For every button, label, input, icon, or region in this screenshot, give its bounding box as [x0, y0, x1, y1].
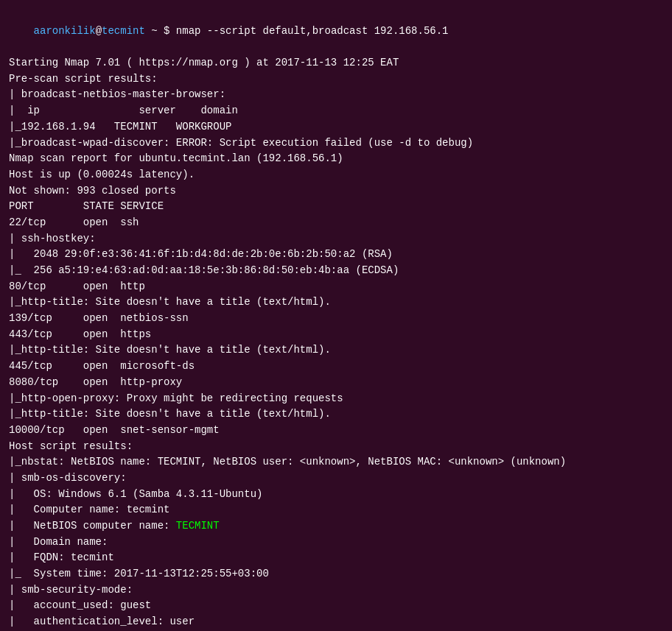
output-line-19: |_http-title: Site doesn't have a title …	[9, 342, 663, 359]
terminal-window: aaronkilik@tecmint ~ $ nmap --script def…	[9, 7, 663, 631]
output-line-11: 22/tcp open ssh	[9, 215, 663, 231]
output-line-7: Nmap scan report for ubuntu.tecmint.lan …	[9, 151, 663, 167]
output-line-28: | smb-os-discovery:	[9, 470, 663, 487]
output-line-6: |_broadcast-wpad-discover: ERROR: Script…	[9, 135, 663, 152]
output-line-8: Host is up (0.00024s latency).	[9, 167, 663, 183]
prompt-line-1: aaronkilik@tecmint ~ $ nmap --script def…	[9, 7, 663, 55]
output-line-37: | authentication_level: user	[9, 614, 663, 630]
output-line-34: |_ System time: 2017-11-13T12:25:55+03:0…	[9, 566, 663, 582]
output-line-33: | FQDN: tecmint	[9, 550, 663, 566]
prompt-command-1: nmap --script default,broadcast 192.168.…	[176, 25, 449, 37]
output-line-4: | ip server domain	[9, 103, 663, 119]
output-line-17: 139/tcp open netbios-ssn	[9, 311, 663, 327]
prompt-user-1: aaronkilik	[34, 25, 96, 37]
output-line-10: PORT STATE SERVICE	[9, 199, 663, 215]
output-line-16: |_http-title: Site doesn't have a title …	[9, 295, 663, 311]
output-line-2: Pre-scan script results:	[9, 71, 663, 88]
output-line-26: Host script results:	[9, 439, 663, 455]
output-line-18: 443/tcp open https	[9, 327, 663, 343]
output-line-29: | OS: Windows 6.1 (Samba 4.3.11-Ubuntu)	[9, 487, 663, 503]
output-line-31: | NetBIOS computer name: TECMINT	[9, 518, 663, 535]
output-line-24: 10000/tcp open snet-sensor-mgmt	[9, 423, 663, 439]
tecmint-highlight: TECMINT	[176, 520, 220, 532]
output-line-12: | ssh-hostkey:	[9, 231, 663, 247]
output-line-14: |_ 256 a5:19:e4:63:ad:0d:aa:18:5e:3b:86:…	[9, 263, 663, 279]
output-line-35: | smb-security-mode:	[9, 582, 663, 599]
output-line-3: | broadcast-netbios-master-browser:	[9, 87, 663, 103]
output-line-32: | Domain name:	[9, 535, 663, 551]
output-line-1: Starting Nmap 7.01 ( https://nmap.org ) …	[9, 55, 663, 71]
output-line-22: |_http-open-proxy: Proxy might be redire…	[9, 391, 663, 407]
output-line-27: |_nbstat: NetBIOS name: TECMINT, NetBIOS…	[9, 454, 663, 470]
output-line-36: | account_used: guest	[9, 598, 663, 614]
output-line-23: |_http-title: Site doesn't have a title …	[9, 406, 663, 423]
prompt-separator-1: ~ $	[145, 25, 176, 37]
output-line-21: 8080/tcp open http-proxy	[9, 375, 663, 391]
output-line-30: | Computer name: tecmint	[9, 502, 663, 518]
output-line-9: Not shown: 993 closed ports	[9, 183, 663, 200]
output-line-20: 445/tcp open microsoft-ds	[9, 359, 663, 375]
output-line-5: |_192.168.1.94 TECMINT WORKGROUP	[9, 119, 663, 135]
output-line-15: 80/tcp open http	[9, 279, 663, 295]
prompt-host-1: tecmint	[102, 25, 145, 37]
prompt-at-1: @	[96, 25, 102, 37]
output-line-13: | 2048 29:0f:e3:36:41:6f:1b:d4:8d:de:2b:…	[9, 247, 663, 263]
